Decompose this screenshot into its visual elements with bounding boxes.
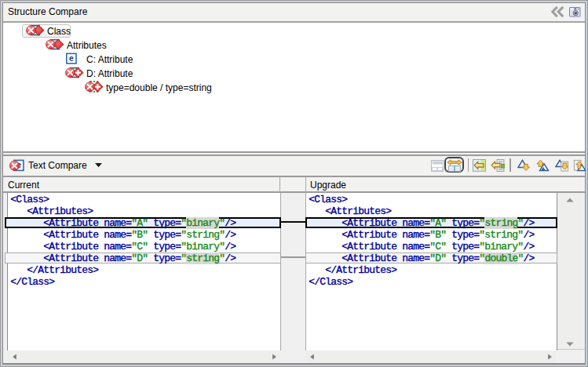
svg-text:e: e — [69, 53, 74, 63]
